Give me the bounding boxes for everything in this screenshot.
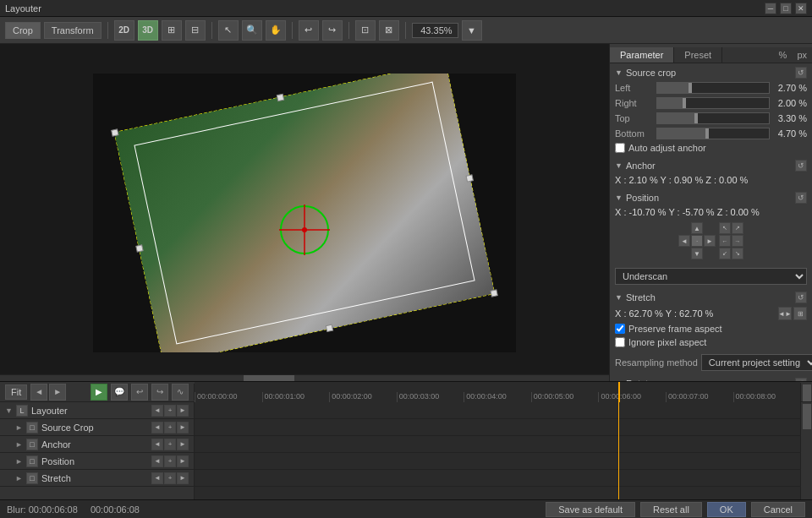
save-default-button[interactable]: Save as default bbox=[546, 502, 635, 517]
minimize-button[interactable]: ─ bbox=[765, 3, 776, 14]
stretch-nav-next[interactable]: ► bbox=[177, 472, 189, 484]
layouter-arrow[interactable]: ▼ bbox=[5, 406, 13, 415]
h-scrollbar-thumb[interactable] bbox=[244, 375, 294, 381]
px-label[interactable]: px bbox=[792, 47, 812, 63]
transform-tab[interactable]: Transform bbox=[44, 22, 102, 39]
close-button[interactable]: ✕ bbox=[795, 3, 807, 14]
source-crop-nav-prev[interactable]: ◄ bbox=[151, 422, 163, 433]
source-crop-nav-next[interactable]: ► bbox=[177, 422, 189, 433]
underscan-select[interactable]: Underscan None Custom bbox=[615, 268, 807, 285]
nav-up[interactable]: ▲ bbox=[691, 222, 703, 234]
anchor-nav-prev[interactable]: ◄ bbox=[151, 439, 163, 450]
position-nav-add[interactable]: + bbox=[164, 455, 176, 467]
wave-button[interactable]: ∿ bbox=[172, 384, 189, 401]
source-crop-header[interactable]: ▼ Source crop ↺ bbox=[615, 65, 807, 80]
zoom-button[interactable]: 🔍 bbox=[242, 20, 262, 41]
resampling-select[interactable]: Current project setting Bilinear Bicubic… bbox=[701, 354, 812, 371]
preserve-frame-checkbox[interactable] bbox=[615, 324, 625, 334]
anchor-nav-next[interactable]: ► bbox=[177, 439, 189, 450]
anchor-section: ▼ Anchor ↺ X : 2.10 % Y : 0.90 % Z : 0.0… bbox=[610, 156, 812, 188]
ok-button[interactable]: OK bbox=[707, 502, 746, 517]
nav-br[interactable]: ↘ bbox=[732, 248, 743, 259]
cancel-button[interactable]: Cancel bbox=[751, 502, 805, 517]
fit-h-button[interactable]: ⊠ bbox=[379, 20, 399, 41]
pct-label[interactable]: % bbox=[774, 47, 793, 63]
zoom-dropdown[interactable]: ▼ bbox=[462, 20, 482, 41]
bottom-slider[interactable] bbox=[656, 128, 770, 139]
parameter-tab[interactable]: Parameter bbox=[610, 47, 674, 63]
ignore-pixel-checkbox[interactable] bbox=[615, 337, 625, 347]
stretch-reset[interactable]: ↺ bbox=[795, 292, 807, 303]
position-section: ▼ Position ↺ X : -10.70 % Y : -5.70 % Z … bbox=[610, 188, 812, 264]
crop-tab[interactable]: Crop bbox=[5, 22, 41, 39]
nav-bl[interactable]: ↙ bbox=[719, 248, 731, 259]
h-scrollbar[interactable] bbox=[0, 374, 609, 381]
stretch-nav-add[interactable]: + bbox=[164, 472, 176, 484]
maximize-button[interactable]: □ bbox=[780, 3, 792, 14]
preserve-frame-row: Preserve frame aspect bbox=[615, 322, 807, 335]
right-slider[interactable] bbox=[656, 97, 770, 109]
comment-button[interactable]: 💬 bbox=[111, 384, 128, 401]
anchor-reset[interactable]: ↺ bbox=[795, 160, 807, 172]
position-nav-next[interactable]: ► bbox=[177, 455, 189, 467]
fit-left-btn[interactable]: ◄ bbox=[30, 384, 47, 401]
stretch-header[interactable]: ▼ Stretch ↺ bbox=[615, 290, 807, 305]
anchor-nav-add[interactable]: + bbox=[164, 439, 176, 450]
cursor-button[interactable]: ↖ bbox=[218, 20, 239, 41]
view-button[interactable]: ⊟ bbox=[185, 20, 206, 41]
rotate-header[interactable]: ▼ Rotate ↺ bbox=[615, 376, 807, 381]
2d-button[interactable]: 2D bbox=[114, 20, 134, 41]
auto-adjust-checkbox[interactable] bbox=[615, 143, 625, 153]
layouter-track-nav: ◄ + ► bbox=[151, 405, 189, 417]
redo-button[interactable]: ↪ bbox=[322, 20, 343, 41]
layouter-nav-prev[interactable]: ◄ bbox=[151, 405, 163, 417]
preset-tab[interactable]: Preset bbox=[674, 47, 722, 63]
redo-tl-button[interactable]: ↪ bbox=[151, 384, 168, 401]
stretch-nav-prev[interactable]: ◄ bbox=[151, 472, 163, 484]
nav-down[interactable]: ▼ bbox=[691, 248, 703, 259]
anchor-header[interactable]: ▼ Anchor ↺ bbox=[615, 158, 807, 173]
layouter-nav-add[interactable]: + bbox=[164, 405, 176, 417]
source-crop-nav-add[interactable]: + bbox=[164, 422, 176, 433]
track-v-scrollbar[interactable] bbox=[800, 402, 812, 499]
stretch-left-btn[interactable]: ◄► bbox=[778, 307, 792, 320]
position-track-arrow[interactable]: ► bbox=[15, 457, 23, 466]
play-button[interactable]: ▶ bbox=[91, 384, 107, 401]
position-nav-prev[interactable]: ◄ bbox=[151, 455, 163, 467]
top-slider[interactable] bbox=[656, 112, 770, 124]
nav-tr[interactable]: ↗ bbox=[732, 222, 743, 234]
layouter-nav-next[interactable]: ► bbox=[177, 405, 189, 417]
position-reset[interactable]: ↺ bbox=[795, 192, 807, 204]
source-crop-track-arrow[interactable]: ► bbox=[15, 423, 23, 432]
timeline-ruler[interactable]: 00:00:00:00 00:00:01:00 00:00:02:00 00:0… bbox=[195, 382, 800, 402]
canvas-area[interactable] bbox=[0, 44, 609, 381]
nav-left[interactable]: ◄ bbox=[678, 235, 690, 247]
anchor-track-arrow[interactable]: ► bbox=[15, 440, 23, 449]
nav-mr[interactable]: → bbox=[732, 235, 743, 247]
track-v-scrollbar-thumb[interactable] bbox=[803, 404, 811, 429]
layouter-icon: L bbox=[16, 405, 28, 417]
track-content-area[interactable] bbox=[195, 402, 800, 499]
undo-button[interactable]: ↩ bbox=[299, 20, 319, 41]
undo-tl-button[interactable]: ↩ bbox=[131, 384, 148, 401]
reset-all-button[interactable]: Reset all bbox=[640, 502, 702, 517]
fit-right-btn[interactable]: ► bbox=[49, 384, 66, 401]
rotate-reset[interactable]: ↺ bbox=[795, 378, 807, 381]
stretch-track-arrow[interactable]: ► bbox=[15, 474, 23, 483]
timeline-scrollbar[interactable] bbox=[800, 383, 812, 401]
pan-button[interactable]: ✋ bbox=[266, 20, 286, 41]
fit-button[interactable]: Fit bbox=[5, 384, 27, 400]
source-crop-reset[interactable]: ↺ bbox=[795, 67, 807, 79]
fit-v-button[interactable]: ⊡ bbox=[355, 20, 376, 41]
bottom-slider-thumb bbox=[705, 128, 709, 139]
blur-label: Blur: bbox=[7, 504, 26, 515]
grid-button[interactable]: ⊞ bbox=[162, 20, 182, 41]
nav-right[interactable]: ► bbox=[704, 235, 716, 247]
position-header[interactable]: ▼ Position ↺ bbox=[615, 190, 807, 205]
nav-ml[interactable]: ← bbox=[719, 235, 731, 247]
3d-button[interactable]: 3D bbox=[138, 20, 158, 41]
left-slider[interactable] bbox=[656, 82, 770, 94]
stretch-right-btn[interactable]: ⊞ bbox=[793, 307, 807, 320]
timeline-scrollbar-thumb[interactable] bbox=[803, 384, 811, 401]
nav-tl[interactable]: ↖ bbox=[719, 222, 731, 234]
